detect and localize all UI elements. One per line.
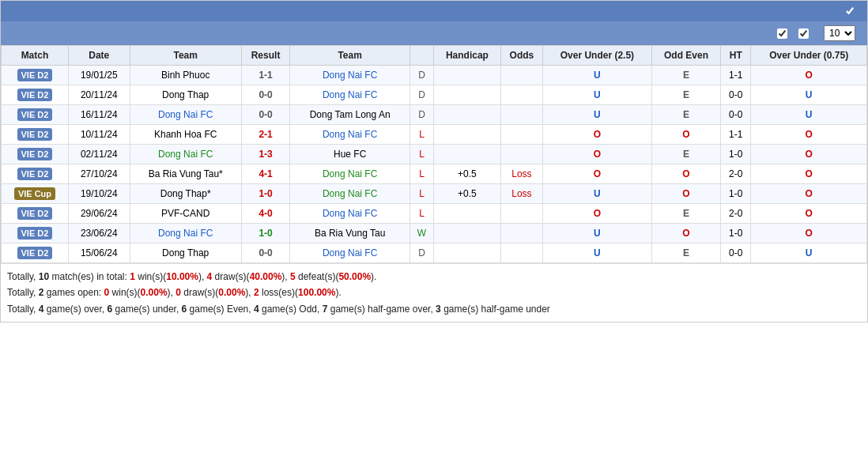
cell-date: 23/06/24 [68, 224, 130, 243]
cell-ou25: U [543, 224, 652, 243]
cell-team1: Dong Thap* [130, 184, 241, 204]
cell-handicap [434, 125, 501, 145]
cell-team2: Dong Tam Long An [290, 105, 410, 125]
table-row: VIE D210/11/24Khanh Hoa FC2-1Dong Nai FC… [2, 125, 867, 145]
cell-date: 29/06/24 [68, 204, 130, 224]
cell-ou075: U [751, 85, 867, 105]
table-row: VIE D215/06/24Dong Thap0-0Dong Nai FCDUE… [2, 243, 867, 263]
scores-table: Match Date Team Result Team Handicap Odd… [1, 45, 867, 263]
cell-result: 1-1 [241, 66, 289, 85]
col-ht: HT [721, 46, 751, 66]
cell-result: 4-0 [241, 204, 289, 224]
cell-ou25: U [543, 243, 652, 263]
cell-league: VIE Cup [2, 184, 69, 204]
cell-odds [500, 243, 542, 263]
cell-ou25: U [543, 85, 652, 105]
cell-odds [500, 145, 542, 164]
vied2-checkbox[interactable] [777, 28, 787, 39]
cell-ou25: O [543, 145, 652, 164]
cell-ou075: O [751, 66, 867, 85]
cell-team1: Binh Phuoc [130, 66, 241, 85]
cell-oe: E [651, 105, 720, 125]
cell-oe: O [651, 164, 720, 184]
cell-outcome: D [410, 243, 434, 263]
cell-odds [500, 105, 542, 125]
cell-date: 16/11/24 [68, 105, 130, 125]
display-notes-checkbox[interactable] [844, 6, 855, 17]
cell-team2: Dong Nai FC [290, 66, 410, 85]
cell-team1: Dong Thap [130, 85, 241, 105]
cell-ht: 1-0 [721, 224, 751, 243]
cell-ou075: O [751, 184, 867, 204]
cell-handicap: +0.5 [434, 184, 501, 204]
cell-ou25: U [543, 105, 652, 125]
cell-ht: 2-0 [721, 164, 751, 184]
table-row: VIE D223/06/24Dong Nai FC1-0Ba Ria Vung … [2, 224, 867, 243]
cell-date: 19/10/24 [68, 184, 130, 204]
col-odds: Odds [500, 46, 542, 66]
cell-team1: PVF-CAND [130, 204, 241, 224]
cell-oe: E [651, 66, 720, 85]
col-team1: Team [130, 46, 241, 66]
cell-ou075: O [751, 204, 867, 224]
games-select[interactable]: 10 5 15 20 25 30 [824, 25, 855, 41]
cell-outcome: L [410, 164, 434, 184]
cell-odds [500, 224, 542, 243]
filter-bar: 10 5 15 20 25 30 [1, 21, 867, 45]
cell-ou075: O [751, 125, 867, 145]
cell-ht: 1-1 [721, 66, 751, 85]
table-header-row: Match Date Team Result Team Handicap Odd… [2, 46, 867, 66]
cell-outcome: D [410, 105, 434, 125]
header-bar [1, 1, 867, 21]
cell-handicap: +0.5 [434, 164, 501, 184]
cell-ou25: U [543, 184, 652, 204]
cell-handicap [434, 204, 501, 224]
cell-handicap [434, 105, 501, 125]
cell-odds [500, 66, 542, 85]
last-games-control: 10 5 15 20 25 30 [820, 25, 859, 41]
cell-handicap [434, 145, 501, 164]
cell-team2: Dong Nai FC [290, 85, 410, 105]
table-row: VIE D220/11/24Dong Thap0-0Dong Nai FCDUE… [2, 85, 867, 105]
cell-odds [500, 125, 542, 145]
cell-handicap [434, 243, 501, 263]
cell-oe: E [651, 243, 720, 263]
cell-league: VIE D2 [2, 145, 69, 164]
cell-date: 19/01/25 [68, 66, 130, 85]
cell-team1: Dong Nai FC [130, 145, 241, 164]
cell-team2: Ba Ria Vung Tau [290, 224, 410, 243]
vied2-filter-label[interactable] [777, 28, 791, 39]
cell-team2: Dong Nai FC [290, 243, 410, 263]
cell-team1: Ba Ria Vung Tau* [130, 164, 241, 184]
cell-date: 20/11/24 [68, 85, 130, 105]
cell-odds: Loss [500, 164, 542, 184]
cell-ou075: U [751, 105, 867, 125]
col-ou25: Over Under (2.5) [543, 46, 652, 66]
cell-result: 0-0 [241, 85, 289, 105]
cell-handicap [434, 224, 501, 243]
summary-line2: Totally, 2 games open: 0 win(s)(0.00%), … [7, 285, 861, 300]
display-notes-control [844, 6, 859, 17]
cell-outcome: L [410, 125, 434, 145]
cell-outcome: D [410, 66, 434, 85]
cell-oe: E [651, 204, 720, 224]
cell-oe: O [651, 224, 720, 243]
summary-line1: Totally, 10 match(es) in total: 1 win(s)… [7, 269, 861, 285]
cell-league: VIE D2 [2, 85, 69, 105]
col-outcome [410, 46, 434, 66]
cell-ht: 1-0 [721, 145, 751, 164]
cell-outcome: L [410, 184, 434, 204]
cell-league: VIE D2 [2, 243, 69, 263]
cell-league: VIE D2 [2, 224, 69, 243]
cell-ht: 1-1 [721, 125, 751, 145]
cell-result: 1-0 [241, 184, 289, 204]
col-handicap: Handicap [434, 46, 501, 66]
viecup-filter-label[interactable] [798, 28, 812, 39]
viecup-checkbox[interactable] [798, 28, 809, 39]
cell-league: VIE D2 [2, 125, 69, 145]
cell-ht: 0-0 [721, 85, 751, 105]
cell-odds: Loss [500, 184, 542, 204]
cell-odds [500, 204, 542, 224]
cell-result: 1-3 [241, 145, 289, 164]
cell-date: 15/06/24 [68, 243, 130, 263]
